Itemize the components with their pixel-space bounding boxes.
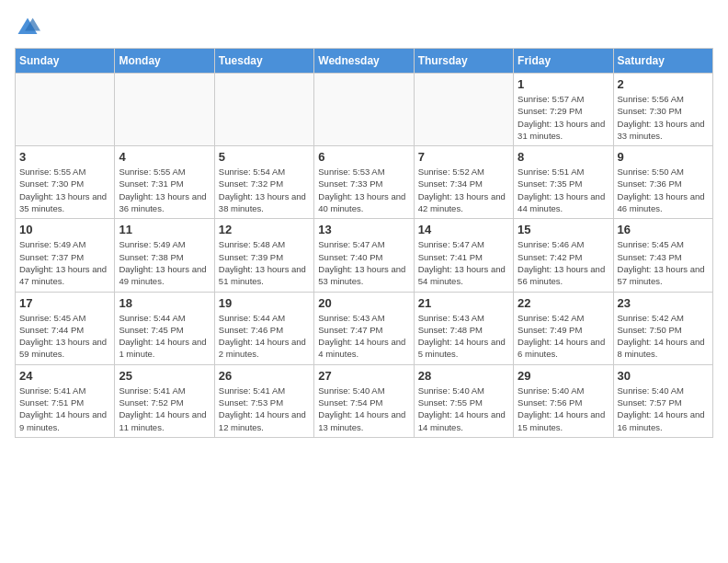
calendar-cell: 25Sunrise: 5:41 AM Sunset: 7:52 PM Dayli… [115,364,214,437]
calendar-cell [314,74,414,146]
calendar-cell [115,74,214,146]
day-number: 15 [518,223,609,236]
calendar-cell [214,74,313,146]
calendar-cell: 15Sunrise: 5:46 AM Sunset: 7:42 PM Dayli… [514,219,613,292]
day-info: Sunrise: 5:44 AM Sunset: 7:46 PM Dayligh… [219,312,310,361]
calendar-cell: 20Sunrise: 5:43 AM Sunset: 7:47 PM Dayli… [314,292,414,364]
calendar-cell: 16Sunrise: 5:45 AM Sunset: 7:43 PM Dayli… [613,219,712,292]
day-number: 24 [19,369,110,383]
day-number: 19 [219,296,310,310]
calendar-week-5: 24Sunrise: 5:41 AM Sunset: 7:51 PM Dayli… [16,364,713,437]
calendar-week-3: 10Sunrise: 5:49 AM Sunset: 7:37 PM Dayli… [16,219,713,292]
calendar-cell: 10Sunrise: 5:49 AM Sunset: 7:37 PM Dayli… [16,219,115,292]
day-info: Sunrise: 5:48 AM Sunset: 7:39 PM Dayligh… [219,238,310,287]
calendar-cell [16,74,115,146]
calendar-header-monday: Monday [115,49,214,74]
day-number: 17 [19,296,110,310]
day-number: 21 [418,296,509,310]
calendar-cell: 24Sunrise: 5:41 AM Sunset: 7:51 PM Dayli… [16,364,115,437]
day-number: 11 [119,223,210,236]
day-info: Sunrise: 5:52 AM Sunset: 7:34 PM Dayligh… [418,166,509,214]
header [15,15,713,40]
day-info: Sunrise: 5:45 AM Sunset: 7:43 PM Dayligh… [618,238,709,287]
day-info: Sunrise: 5:40 AM Sunset: 7:57 PM Dayligh… [618,385,709,433]
day-number: 30 [618,369,709,383]
day-info: Sunrise: 5:41 AM Sunset: 7:51 PM Dayligh… [19,385,110,433]
calendar-week-2: 3Sunrise: 5:55 AM Sunset: 7:30 PM Daylig… [16,146,713,219]
calendar-cell: 12Sunrise: 5:48 AM Sunset: 7:39 PM Dayli… [214,219,313,292]
day-number: 16 [618,223,709,236]
calendar: SundayMondayTuesdayWednesdayThursdayFrid… [15,48,713,438]
calendar-header-saturday: Saturday [613,49,712,74]
day-number: 22 [518,296,609,310]
day-number: 29 [518,369,609,383]
calendar-cell: 5Sunrise: 5:54 AM Sunset: 7:32 PM Daylig… [214,146,313,219]
calendar-cell: 19Sunrise: 5:44 AM Sunset: 7:46 PM Dayli… [214,292,313,364]
day-info: Sunrise: 5:43 AM Sunset: 7:48 PM Dayligh… [418,312,509,361]
day-number: 4 [119,150,210,164]
calendar-cell: 9Sunrise: 5:50 AM Sunset: 7:36 PM Daylig… [613,146,712,219]
calendar-cell: 1Sunrise: 5:57 AM Sunset: 7:29 PM Daylig… [514,74,613,146]
day-info: Sunrise: 5:41 AM Sunset: 7:52 PM Dayligh… [119,385,210,433]
day-number: 13 [318,223,409,236]
day-info: Sunrise: 5:47 AM Sunset: 7:40 PM Dayligh… [318,238,409,287]
day-number: 27 [318,369,409,383]
day-info: Sunrise: 5:40 AM Sunset: 7:54 PM Dayligh… [318,385,409,433]
calendar-cell: 7Sunrise: 5:52 AM Sunset: 7:34 PM Daylig… [414,146,513,219]
day-number: 12 [219,223,310,236]
day-number: 6 [318,150,409,164]
day-info: Sunrise: 5:51 AM Sunset: 7:35 PM Dayligh… [518,166,609,214]
calendar-cell: 28Sunrise: 5:40 AM Sunset: 7:55 PM Dayli… [414,364,513,437]
day-info: Sunrise: 5:40 AM Sunset: 7:55 PM Dayligh… [418,385,509,433]
calendar-cell: 23Sunrise: 5:42 AM Sunset: 7:50 PM Dayli… [613,292,712,364]
calendar-cell: 2Sunrise: 5:56 AM Sunset: 7:30 PM Daylig… [613,74,712,146]
day-number: 28 [418,369,509,383]
calendar-cell: 21Sunrise: 5:43 AM Sunset: 7:48 PM Dayli… [414,292,513,364]
calendar-cell [414,74,513,146]
day-info: Sunrise: 5:50 AM Sunset: 7:36 PM Dayligh… [618,166,709,214]
calendar-header-friday: Friday [514,49,613,74]
calendar-cell: 3Sunrise: 5:55 AM Sunset: 7:30 PM Daylig… [16,146,115,219]
logo-icon [15,15,40,40]
day-number: 1 [518,77,609,91]
calendar-week-4: 17Sunrise: 5:45 AM Sunset: 7:44 PM Dayli… [16,292,713,364]
day-info: Sunrise: 5:42 AM Sunset: 7:49 PM Dayligh… [518,312,609,361]
day-number: 8 [518,150,609,164]
calendar-cell: 30Sunrise: 5:40 AM Sunset: 7:57 PM Dayli… [613,364,712,437]
day-info: Sunrise: 5:49 AM Sunset: 7:38 PM Dayligh… [119,238,210,287]
calendar-cell: 29Sunrise: 5:40 AM Sunset: 7:56 PM Dayli… [514,364,613,437]
calendar-cell: 13Sunrise: 5:47 AM Sunset: 7:40 PM Dayli… [314,219,414,292]
day-info: Sunrise: 5:42 AM Sunset: 7:50 PM Dayligh… [618,312,709,361]
calendar-body: 1Sunrise: 5:57 AM Sunset: 7:29 PM Daylig… [16,74,713,438]
day-info: Sunrise: 5:49 AM Sunset: 7:37 PM Dayligh… [19,238,110,287]
day-info: Sunrise: 5:56 AM Sunset: 7:30 PM Dayligh… [618,93,709,142]
day-info: Sunrise: 5:41 AM Sunset: 7:53 PM Dayligh… [219,385,310,433]
day-info: Sunrise: 5:54 AM Sunset: 7:32 PM Dayligh… [219,166,310,214]
day-info: Sunrise: 5:47 AM Sunset: 7:41 PM Dayligh… [418,238,509,287]
day-number: 18 [119,296,210,310]
day-number: 7 [418,150,509,164]
calendar-cell: 27Sunrise: 5:40 AM Sunset: 7:54 PM Dayli… [314,364,414,437]
calendar-cell: 11Sunrise: 5:49 AM Sunset: 7:38 PM Dayli… [115,219,214,292]
calendar-cell: 8Sunrise: 5:51 AM Sunset: 7:35 PM Daylig… [514,146,613,219]
calendar-cell: 6Sunrise: 5:53 AM Sunset: 7:33 PM Daylig… [314,146,414,219]
calendar-header-row: SundayMondayTuesdayWednesdayThursdayFrid… [16,49,713,74]
day-number: 23 [618,296,709,310]
day-number: 9 [618,150,709,164]
day-info: Sunrise: 5:53 AM Sunset: 7:33 PM Dayligh… [318,166,409,214]
day-info: Sunrise: 5:44 AM Sunset: 7:45 PM Dayligh… [119,312,210,361]
day-number: 26 [219,369,310,383]
day-number: 20 [318,296,409,310]
calendar-cell: 17Sunrise: 5:45 AM Sunset: 7:44 PM Dayli… [16,292,115,364]
day-number: 3 [19,150,110,164]
calendar-header-wednesday: Wednesday [314,49,414,74]
day-number: 25 [119,369,210,383]
day-info: Sunrise: 5:46 AM Sunset: 7:42 PM Dayligh… [518,238,609,287]
day-number: 2 [618,77,709,91]
day-number: 14 [418,223,509,236]
calendar-cell: 18Sunrise: 5:44 AM Sunset: 7:45 PM Dayli… [115,292,214,364]
calendar-cell: 22Sunrise: 5:42 AM Sunset: 7:49 PM Dayli… [514,292,613,364]
calendar-week-1: 1Sunrise: 5:57 AM Sunset: 7:29 PM Daylig… [16,74,713,146]
day-number: 10 [19,223,110,236]
day-info: Sunrise: 5:57 AM Sunset: 7:29 PM Dayligh… [518,93,609,142]
